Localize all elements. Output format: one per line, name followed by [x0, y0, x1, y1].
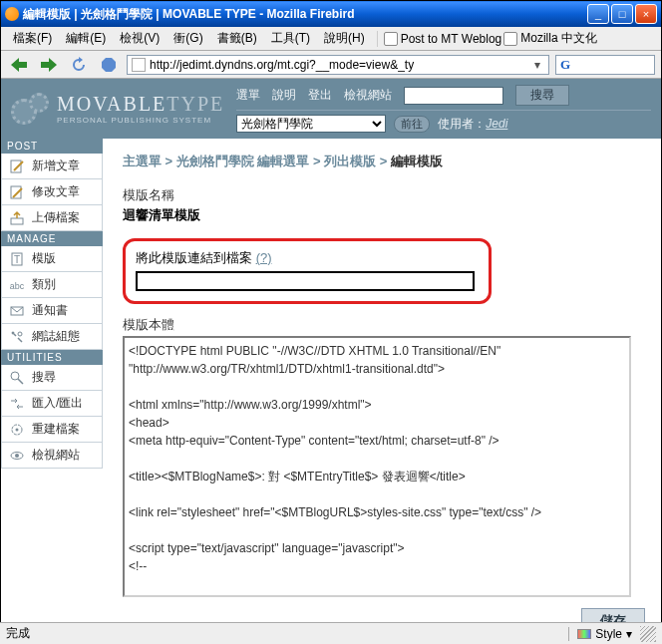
user-label: 使用者：Jedi — [438, 116, 507, 133]
sidebar-item-new-entry[interactable]: 新增文章 — [1, 154, 103, 179]
bookmark-mozilla-zh[interactable]: Mozilla 中文化 — [503, 30, 597, 47]
category-icon: abc — [8, 277, 26, 293]
upload-icon — [8, 210, 26, 226]
menu-bookmarks[interactable]: 書籤(B) — [211, 28, 263, 49]
header-search-input[interactable] — [404, 87, 503, 105]
link-file-section: 將此模版連結到檔案 (?) — [123, 238, 492, 304]
style-indicator[interactable]: Style▾ — [568, 627, 640, 641]
template-icon: T — [8, 251, 26, 267]
dropdown-icon[interactable]: ▾ — [530, 58, 544, 72]
maximize-button[interactable]: □ — [611, 4, 633, 24]
statusbar: 完成 Style▾ — [0, 622, 662, 644]
blog-select[interactable]: 光劍格鬥學院 — [236, 115, 386, 133]
resize-grip[interactable] — [640, 626, 656, 642]
svg-text:abc: abc — [10, 281, 25, 291]
nav-logout[interactable]: 登出 — [308, 87, 332, 104]
sidebar-item-edit-entries[interactable]: 修改文章 — [1, 179, 103, 205]
template-name-value: 迴響清單模版 — [123, 206, 647, 224]
sidebar-item-notifications[interactable]: 通知書 — [1, 298, 103, 324]
help-link[interactable]: (?) — [256, 250, 272, 265]
page-icon — [384, 32, 398, 46]
sidebar-item-config[interactable]: 網誌組態 — [1, 324, 103, 350]
window-title: 編輯模版 | 光劍格鬥學院 | MOVABLE TYPE - Mozilla F… — [5, 6, 587, 23]
mt-header: MOVABLETYPE PERSONAL PUBLISHING SYSTEM 選… — [1, 79, 661, 139]
go-button[interactable]: 前往 — [394, 116, 430, 133]
sidebar-item-rebuild[interactable]: 重建檔案 — [1, 417, 103, 443]
search-icon — [8, 370, 26, 386]
google-icon: G — [560, 58, 574, 72]
sidebar: POST 新增文章 修改文章 上傳檔案 MANAGE T模版 abc類別 通知書… — [1, 139, 103, 642]
sidebar-item-view-site[interactable]: 檢視網站 — [1, 443, 103, 469]
address-bar[interactable]: ▾ — [127, 55, 549, 75]
menubar: 檔案(F) 編輯(E) 檢視(V) 衝(G) 書籤(B) 工具(T) 說明(H)… — [1, 27, 661, 51]
menu-help[interactable]: 說明(H) — [318, 28, 371, 49]
sidebar-header-post: POST — [1, 139, 103, 154]
menu-go[interactable]: 衝(G) — [167, 28, 208, 49]
titlebar: 編輯模版 | 光劍格鬥學院 | MOVABLE TYPE - Mozilla F… — [1, 1, 661, 27]
svg-point-8 — [11, 372, 19, 380]
svg-text:T: T — [14, 254, 20, 265]
import-export-icon — [8, 396, 26, 412]
template-body-textarea[interactable] — [123, 336, 631, 597]
close-button[interactable]: × — [635, 4, 657, 24]
svg-point-12 — [15, 454, 19, 458]
link-file-input[interactable] — [136, 271, 475, 291]
menu-edit[interactable]: 編輯(E) — [60, 28, 112, 49]
config-icon — [8, 329, 26, 345]
sidebar-item-search[interactable]: 搜尋 — [1, 365, 103, 391]
svg-point-10 — [16, 428, 19, 431]
forward-button[interactable] — [37, 54, 61, 76]
new-entry-icon — [8, 159, 26, 174]
mt-logo: MOVABLETYPE PERSONAL PUBLISHING SYSTEM — [11, 91, 224, 127]
nav-help[interactable]: 說明 — [272, 87, 296, 104]
stop-button[interactable] — [97, 54, 121, 76]
rebuild-icon — [8, 422, 26, 438]
menu-tools[interactable]: 工具(T) — [265, 28, 316, 49]
bookmark-post-mt[interactable]: Post to MT Weblog — [384, 32, 502, 46]
back-button[interactable] — [7, 54, 31, 76]
status-text: 完成 — [6, 625, 568, 642]
template-name-label: 模版名稱 — [123, 186, 647, 204]
palette-icon — [577, 629, 591, 639]
toolbar: ▾ G — [1, 51, 661, 79]
notify-icon — [8, 303, 26, 319]
svg-point-7 — [18, 332, 22, 336]
sidebar-item-categories[interactable]: abc類別 — [1, 272, 103, 298]
svg-rect-0 — [11, 161, 21, 172]
menu-view[interactable]: 檢視(V) — [114, 28, 166, 49]
page-icon — [503, 32, 517, 46]
user-link[interactable]: Jedi — [486, 117, 507, 131]
browser-search[interactable]: G — [555, 55, 655, 75]
sidebar-item-upload[interactable]: 上傳檔案 — [1, 205, 103, 231]
main-content: 主選單 > 光劍格鬥學院 編輯選單 > 列出模版 > 編輯模版 模版名稱 迴響清… — [103, 139, 661, 642]
sidebar-header-utilities: UTILITIES — [1, 350, 103, 365]
menu-file[interactable]: 檔案(F) — [7, 28, 58, 49]
eye-icon — [8, 448, 26, 464]
sidebar-item-import-export[interactable]: 匯入/匯出 — [1, 391, 103, 417]
nav-menu[interactable]: 選單 — [236, 87, 260, 104]
reload-button[interactable] — [67, 54, 91, 76]
menu-separator — [377, 31, 378, 47]
sidebar-item-templates[interactable]: T模版 — [1, 246, 103, 272]
breadcrumb: 主選單 > 光劍格鬥學院 編輯選單 > 列出模版 > 編輯模版 — [123, 153, 647, 170]
minimize-button[interactable]: _ — [587, 4, 609, 24]
template-body-label: 模版本體 — [123, 316, 647, 334]
url-input[interactable] — [150, 58, 530, 72]
link-file-label: 將此模版連結到檔案 (?) — [136, 249, 479, 267]
edit-icon — [8, 184, 26, 200]
gears-icon — [11, 91, 51, 127]
svg-rect-2 — [11, 218, 23, 224]
page-icon — [132, 58, 146, 72]
sidebar-header-manage: MANAGE — [1, 231, 103, 246]
header-search-button[interactable]: 搜尋 — [515, 85, 569, 106]
nav-view-site[interactable]: 檢視網站 — [344, 87, 392, 104]
